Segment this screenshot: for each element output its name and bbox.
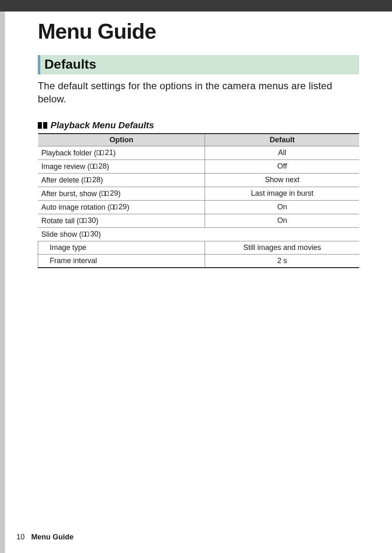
page-reference: 28 <box>84 176 101 184</box>
left-edge-stripe <box>0 12 5 553</box>
page-content: Menu Guide Defaults The default settings… <box>5 12 392 268</box>
option-cell: After delete ( 28) <box>38 173 205 187</box>
chapter-title: Menu Guide <box>38 19 359 44</box>
option-cell: Slide show ( 30) <box>38 227 360 241</box>
page-reference: 30 <box>79 216 96 225</box>
table-header-default: Default <box>205 134 359 146</box>
table-header-option: Option <box>38 134 205 146</box>
default-cell: On <box>205 214 359 227</box>
default-cell: Still images and movies <box>205 241 359 254</box>
table-row-sub: Frame interval2 s <box>38 254 360 268</box>
section-heading-bar: Defaults <box>38 55 359 74</box>
option-cell: Rotate tall ( 30) <box>38 214 205 227</box>
table-row-sub: Image typeStill images and movies <box>38 241 360 254</box>
page-reference: 30 <box>82 230 99 238</box>
table-row-group: Slide show ( 30) <box>38 227 360 241</box>
table-row: Playback folder ( 21)All <box>38 146 360 160</box>
subsection-heading: Playback Menu Defaults <box>38 120 359 131</box>
page-reference: 28 <box>90 162 107 171</box>
default-cell: 2 s <box>205 254 359 268</box>
footer-chapter-name: Menu Guide <box>31 533 74 541</box>
page-ref-icon <box>79 218 87 223</box>
default-cell: Last image in burst <box>205 187 359 200</box>
option-cell: After burst, show ( 29) <box>38 187 205 200</box>
table-row: After burst, show ( 29)Last image in bur… <box>38 187 360 200</box>
default-cell: On <box>205 200 359 214</box>
footer-page-number: 10 <box>16 533 25 541</box>
page-ref-icon <box>101 191 109 196</box>
page-reference: 29 <box>101 189 118 198</box>
default-cell: Show next <box>205 173 359 187</box>
option-cell-sub: Image type <box>38 241 205 254</box>
page-ref-icon <box>90 164 97 169</box>
page-reference: 29 <box>110 203 127 211</box>
option-cell-sub: Frame interval <box>38 254 205 268</box>
page-ref-icon <box>97 150 104 155</box>
table-row: Image review ( 28)Off <box>38 160 360 173</box>
option-cell: Auto image rotation ( 29) <box>38 200 205 214</box>
default-cell: All <box>205 146 359 160</box>
default-cell: Off <box>205 160 359 173</box>
table-row: Auto image rotation ( 29)On <box>38 200 360 214</box>
subsection-title: Playback Menu Defaults <box>51 120 154 131</box>
option-cell: Playback folder ( 21) <box>38 146 205 160</box>
subsection-marker-icon <box>38 122 47 129</box>
top-bar <box>0 0 392 12</box>
table-row: Rotate tall ( 30)On <box>38 214 360 227</box>
page-reference: 21 <box>97 148 113 157</box>
page-ref-icon <box>110 204 118 210</box>
section-title: Defaults <box>44 57 355 72</box>
page-ref-icon <box>84 177 91 183</box>
page-ref-icon <box>82 231 89 237</box>
intro-paragraph: The default settings for the options in … <box>38 79 359 106</box>
option-cell: Image review ( 28) <box>38 160 205 173</box>
defaults-table: Option Default Playback folder ( 21)AllI… <box>38 133 359 268</box>
page-footer: 10 Menu Guide <box>16 533 74 541</box>
table-row: After delete ( 28)Show next <box>38 173 360 187</box>
